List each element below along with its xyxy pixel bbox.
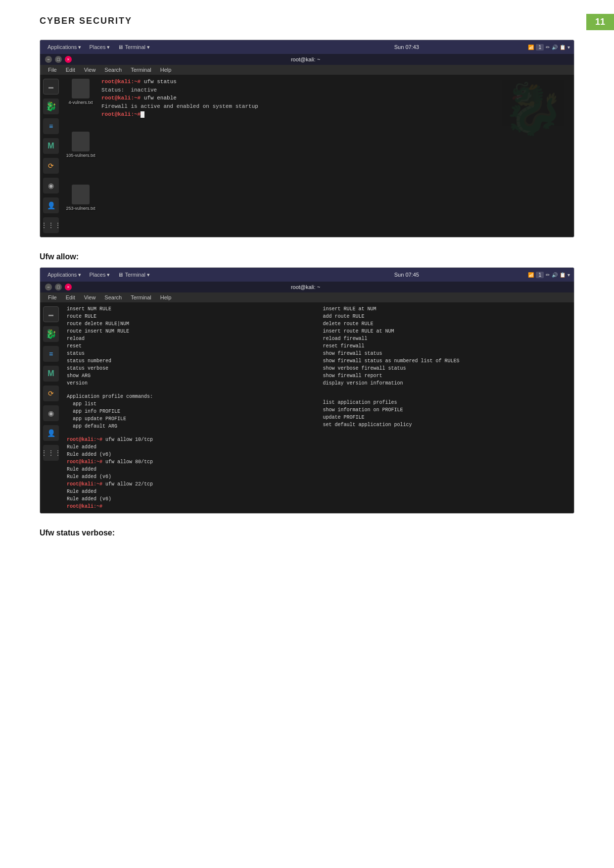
taskbar-edit-icon: ✏ [546,45,550,50]
menu-edit-2[interactable]: Edit [62,293,79,301]
menu-view-1[interactable]: View [80,66,100,74]
sidebar-text-icon[interactable]: ≡ [43,118,59,134]
sidebar-grid-icon[interactable]: ⋮⋮⋮ [43,217,59,233]
desktop-file-1[interactable]: 4-vulners.txt [66,79,95,105]
sidebar-dot-icon[interactable]: ◉ [43,178,59,193]
sidebar-arrow-icon-2[interactable]: ⟳ [43,386,59,401]
terminal-chrome-1: − □ × root@kali: ~ [40,54,574,65]
sidebar-file-icon-2[interactable]: ▬ [43,306,59,322]
minimize-button-2[interactable]: − [45,284,52,290]
maximize-button-1[interactable]: □ [55,56,62,63]
window-title-2: root@kali: ~ [291,284,320,290]
taskbar-time-1: Sun 07:43 [286,44,527,50]
menu-file-1[interactable]: File [44,66,61,74]
menu-help-1[interactable]: Help [156,66,176,74]
taskbar-dropdown-icon: ▾ [567,45,570,50]
desktop-file-2[interactable]: 105-vulners.txt [66,132,95,158]
taskbar-1: Applications ▾ Places ▾ 🖥 Terminal ▾ Sun… [40,40,574,54]
menu-file-2[interactable]: File [44,293,61,301]
terminal-menubar-1: File Edit View Search Terminal Help [40,65,574,75]
terminal-section-1: Applications ▾ Places ▾ 🖥 Terminal ▾ Sun… [40,40,574,238]
taskbar-edit-icon-2: ✏ [546,272,550,278]
taskbar-clipboard-icon: 📋 [560,45,566,50]
menu-edit-1[interactable]: Edit [62,66,79,74]
taskbar-num-1: 1 [536,44,544,50]
terminal-menu-2[interactable]: 🖥 Terminal ▾ [114,271,153,279]
terminal-chrome-2: − □ × root@kali: ~ [40,282,574,292]
sidebar-user-icon[interactable]: 👤 [43,197,59,213]
taskbar-audio-icon: 🔊 [552,45,558,50]
terminal-section-2: Applications ▾ Places ▾ 🖥 Terminal ▾ Sun… [40,267,574,514]
taskbar-audio-icon-2: 🔊 [552,272,558,278]
sidebar-dragon-icon[interactable]: 🐉 [43,98,59,114]
page-number: 11 [586,14,614,30]
terminal-screenshot-1: Applications ▾ Places ▾ 🖥 Terminal ▾ Sun… [40,40,574,238]
sidebar-m-icon[interactable]: M [43,138,59,154]
applications-menu-2[interactable]: Applications ▾ [44,271,85,279]
applications-menu-1[interactable]: Applications ▾ [44,43,85,51]
terminal-content-2[interactable]: insert NUM RULE route RULE route delete … [62,302,574,513]
sidebar-text-icon-2[interactable]: ≡ [43,346,59,362]
taskbar-num-2: 1 [536,272,544,278]
kali-sidebar-1: ▬ 🐉 ≡ M ⟳ ◉ 👤 ⋮⋮⋮ [40,75,62,237]
sidebar-arrow-icon[interactable]: ⟳ [43,158,59,174]
kali-sidebar-2: ▬ 🐉 ≡ M ⟳ ◉ 👤 ⋮⋮⋮ [40,302,62,513]
sidebar-dot-icon-2[interactable]: ◉ [43,405,59,421]
sidebar-m-icon-2[interactable]: M [43,366,59,382]
taskbar-dropdown-icon-2: ▾ [567,272,570,278]
sidebar-user-icon-2[interactable]: 👤 [43,425,59,441]
taskbar-time-2: Sun 07:45 [286,272,527,278]
section-heading-ufw-allow: Ufw allow: [40,252,574,261]
terminal-screenshot-2: Applications ▾ Places ▾ 🖥 Terminal ▾ Sun… [40,267,574,514]
menu-help-2[interactable]: Help [156,293,176,301]
taskbar-wifi-icon: 📶 [528,45,534,50]
close-button-2[interactable]: × [65,284,72,290]
terminal-menubar-2: File Edit View Search Terminal Help [40,292,574,302]
terminal-body-2: ▬ 🐉 ≡ M ⟳ ◉ 👤 ⋮⋮⋮ [40,302,574,513]
taskbar-wifi-icon-2: 📶 [528,272,534,278]
taskbar-clipboard-icon-2: 📋 [560,272,566,278]
maximize-button-2[interactable]: □ [55,284,62,290]
menu-terminal-1[interactable]: Terminal [127,66,155,74]
desktop-file-3[interactable]: 253-vulners.txt [66,185,95,211]
taskbar-2: Applications ▾ Places ▾ 🖥 Terminal ▾ Sun… [40,268,574,282]
terminal-right-column: insert RULE at NUM add route RULE delete… [323,305,569,510]
places-menu-1[interactable]: Places ▾ [86,43,113,51]
places-menu-2[interactable]: Places ▾ [86,271,113,279]
section-heading-ufw-status-verbose: Ufw status verbose: [40,529,574,537]
menu-search-2[interactable]: Search [100,293,126,301]
minimize-button-1[interactable]: − [45,56,52,63]
terminal-left-column: insert NUM RULE route RULE route delete … [67,305,313,510]
page-title: CYBER SECURITY [40,16,132,26]
menu-terminal-2[interactable]: Terminal [127,293,155,301]
close-button-1[interactable]: × [65,56,72,63]
menu-view-2[interactable]: View [80,293,100,301]
sidebar-file-icon[interactable]: ▬ [43,79,59,95]
sidebar-dragon-icon-2[interactable]: 🐉 [43,326,59,342]
menu-search-1[interactable]: Search [100,66,126,74]
terminal-body-1: ▬ 🐉 ≡ M ⟳ ◉ 👤 ⋮⋮⋮ [40,75,574,237]
sidebar-grid-icon-2[interactable]: ⋮⋮⋮ [43,445,59,461]
window-title-1: root@kali: ~ [291,56,320,62]
terminal-menu-1[interactable]: 🖥 Terminal ▾ [114,43,153,51]
